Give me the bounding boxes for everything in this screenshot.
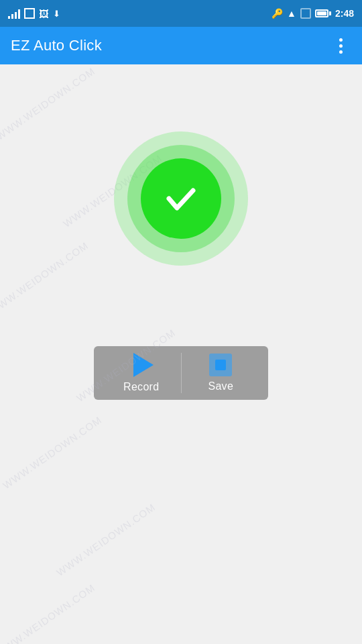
save-button[interactable]: Save <box>182 354 261 392</box>
status-bar-left-icons: 🖼 ⬇ <box>8 8 60 19</box>
sim-icon <box>300 8 311 19</box>
success-indicator <box>114 131 248 266</box>
inner-circle <box>141 158 221 239</box>
save-label: Save <box>208 380 233 392</box>
save-icon-inner <box>215 360 226 370</box>
record-button[interactable]: Record <box>102 353 181 393</box>
checkmark-icon <box>161 178 201 219</box>
vpn-key-icon: 🔑 <box>272 8 283 19</box>
more-dot-2 <box>339 44 343 48</box>
watermark-text: WWW.WEIDOWN.COM <box>0 239 90 317</box>
watermark-text: WWW.WEIDOWN.COM <box>54 501 158 578</box>
play-icon <box>133 353 154 377</box>
main-content: WWW.WEIDOWN.COM WWW.WEIDOWN.COM WWW.WEID… <box>0 64 362 644</box>
clock: 2:48 <box>335 8 354 19</box>
signal-icon <box>8 8 20 19</box>
save-icon <box>209 354 232 376</box>
watermark-text: WWW.WEIDOWN.COM <box>0 65 97 142</box>
app-toolbar: EZ Auto Click <box>0 27 362 64</box>
gallery-icon: 🖼 <box>39 8 49 19</box>
more-options-button[interactable] <box>330 35 351 56</box>
battery-icon <box>315 9 331 17</box>
more-dot-3 <box>339 50 343 54</box>
action-button-row: Record Save <box>94 346 268 400</box>
watermark-text: WWW.WEIDOWN.COM <box>1 414 104 491</box>
download-icon: ⬇ <box>53 9 60 19</box>
app-title: EZ Auto Click <box>11 37 102 54</box>
status-bar: 🖼 ⬇ 🔑 ▲ 2:48 <box>0 0 362 27</box>
wifi-icon: ▲ <box>287 8 296 19</box>
screen-record-icon <box>24 8 35 19</box>
watermark-text: WWW.WEIDOWN.COM <box>0 582 97 644</box>
record-label: Record <box>123 381 159 393</box>
more-dot-1 <box>339 38 343 42</box>
status-bar-right-icons: 🔑 ▲ 2:48 <box>272 8 354 19</box>
